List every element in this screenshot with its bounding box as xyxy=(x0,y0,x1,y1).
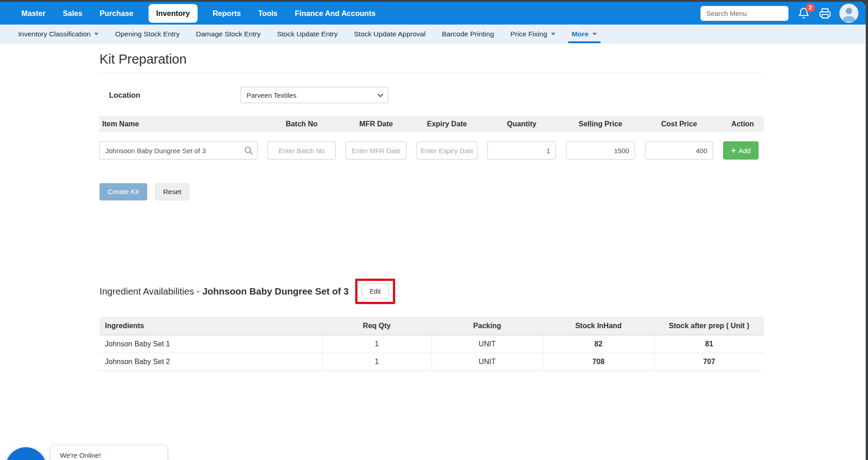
header-mfr-date: MFR Date xyxy=(346,120,407,128)
screenshot-canvas: Master Sales Purchase Inventory Reports … xyxy=(0,0,868,460)
cell-stock-in-hand: 82 xyxy=(543,335,654,353)
ingredients-table: Ingredients Req Qty Packing Stock InHand… xyxy=(99,317,764,371)
cell-ingredient: Johnson Baby Set 2 xyxy=(99,353,322,370)
cost-price-input[interactable] xyxy=(645,141,713,160)
person-icon xyxy=(839,4,858,23)
chevron-down-icon xyxy=(551,33,556,35)
location-select-wrap: Parveen Textiles xyxy=(241,87,388,103)
top-navigation: Master Sales Purchase Inventory Reports … xyxy=(0,2,866,25)
nav-purchase[interactable]: Purchase xyxy=(99,9,133,18)
kit-form-header: Item Name Batch No MFR Date Expiry Date … xyxy=(99,116,764,132)
app-window: Master Sales Purchase Inventory Reports … xyxy=(0,2,866,460)
inventory-sub-navigation: Inventory Classification Opening Stock E… xyxy=(0,25,866,44)
add-button[interactable]: + Add xyxy=(723,141,759,160)
ingredient-availabilities-header: Ingredient Availabilities - Johnsoon Bab… xyxy=(99,277,764,306)
notifications-button[interactable]: 2 xyxy=(798,7,810,20)
page-title: Kit Preparation xyxy=(99,52,764,67)
main-content: Kit Preparation Location Parveen Textile… xyxy=(99,52,764,371)
cell-stock-after-prep: 707 xyxy=(654,353,764,370)
cell-stock-after-prep: 81 xyxy=(654,335,764,353)
location-label: Location xyxy=(109,91,140,100)
subnav-label: Price Fixing xyxy=(511,30,547,38)
subnav-opening-stock-entry[interactable]: Opening Stock Entry xyxy=(115,25,179,43)
chat-status-card[interactable]: We're Online! How may I help you today? xyxy=(51,445,167,460)
reset-button[interactable]: Reset xyxy=(155,183,190,200)
header-selling-price: Selling Price xyxy=(566,120,635,128)
subnav-more[interactable]: More xyxy=(572,25,597,43)
header-cost-price: Cost Price xyxy=(645,120,713,128)
expiry-date-input[interactable] xyxy=(417,141,477,160)
cell-packing: UNIT xyxy=(432,335,543,353)
topnav-right-group: 2 xyxy=(700,4,858,23)
cell-ingredient: Johnson Baby Set 1 xyxy=(99,335,322,353)
nav-sales[interactable]: Sales xyxy=(63,9,82,18)
subnav-inventory-classification[interactable]: Inventory Classification xyxy=(18,25,99,43)
form-actions: Create Kit Reset xyxy=(99,183,764,200)
kit-form-row: + Add xyxy=(99,141,764,160)
item-name-wrap xyxy=(99,141,258,160)
ingredient-availabilities-title: Ingredient Availabilities - Johnsoon Bab… xyxy=(99,286,349,297)
col-ingredients: Ingredients xyxy=(99,317,322,335)
search-menu-input[interactable] xyxy=(700,6,789,21)
selling-price-input[interactable] xyxy=(566,141,635,160)
edit-button[interactable]: Edit xyxy=(362,284,389,299)
subnav-stock-update-entry[interactable]: Stock Update Entry xyxy=(277,25,338,43)
batch-no-input[interactable] xyxy=(268,141,336,160)
plus-icon: + xyxy=(731,146,736,155)
table-row: Johnson Baby Set 1 1 UNIT 82 81 xyxy=(99,335,764,353)
header-batch-no: Batch No xyxy=(268,120,336,128)
location-select[interactable]: Parveen Textiles xyxy=(241,87,388,103)
search-icon[interactable] xyxy=(243,145,253,155)
header-item-name: Item Name xyxy=(99,120,258,128)
notification-count-badge: 2 xyxy=(806,3,815,12)
cell-stock-in-hand: 708 xyxy=(543,353,654,370)
cell-req-qty: 1 xyxy=(322,335,432,353)
location-row: Location Parveen Textiles xyxy=(99,87,764,103)
table-row: Johnson Baby Set 2 1 UNIT 708 707 xyxy=(99,353,764,370)
subnav-barcode-printing[interactable]: Barcode Printing xyxy=(442,25,494,43)
subnav-damage-stock-entry[interactable]: Damage Stock Entry xyxy=(196,25,261,43)
title-divider xyxy=(99,73,764,73)
print-button[interactable] xyxy=(819,7,831,20)
col-packing: Packing xyxy=(432,317,543,335)
chat-icon xyxy=(16,458,35,460)
user-avatar[interactable] xyxy=(839,4,858,23)
item-name-input[interactable] xyxy=(99,141,258,160)
nav-master[interactable]: Master xyxy=(21,9,45,18)
red-highlight-annotation: Edit xyxy=(355,279,395,304)
nav-inventory[interactable]: Inventory xyxy=(149,4,198,23)
subnav-label: Inventory Classification xyxy=(18,30,90,38)
header-action: Action xyxy=(723,120,762,128)
nav-tools[interactable]: Tools xyxy=(258,9,278,18)
nav-finance-and-accounts[interactable]: Finance And Accounts xyxy=(295,9,376,18)
printer-icon xyxy=(819,7,831,20)
quantity-input[interactable] xyxy=(487,141,556,160)
nav-reports[interactable]: Reports xyxy=(213,9,241,18)
col-stock-in-hand: Stock InHand xyxy=(543,317,654,335)
create-kit-button[interactable]: Create Kit xyxy=(99,183,147,200)
cell-packing: UNIT xyxy=(432,353,543,370)
ingredients-table-header-row: Ingredients Req Qty Packing Stock InHand… xyxy=(99,317,764,335)
col-stock-after-prep: Stock after prep ( Unit ) xyxy=(654,317,764,335)
subnav-label: More xyxy=(572,30,589,38)
subnav-price-fixing[interactable]: Price Fixing xyxy=(511,25,556,43)
col-req-qty: Req Qty xyxy=(322,317,432,335)
header-expiry-date: Expiry Date xyxy=(417,120,477,128)
chevron-down-icon xyxy=(592,33,597,35)
chat-status-text: We're Online! xyxy=(60,451,158,459)
add-button-label: Add xyxy=(739,147,751,155)
header-quantity: Quantity xyxy=(487,120,556,128)
title-item-name: Johnsoon Baby Dungree Set of 3 xyxy=(202,286,348,296)
cell-req-qty: 1 xyxy=(322,353,432,370)
chat-launcher-button[interactable] xyxy=(5,447,46,460)
title-prefix: Ingredient Availabilities - xyxy=(99,286,202,296)
subnav-stock-update-approval[interactable]: Stock Update Approval xyxy=(354,25,426,43)
mfr-date-input[interactable] xyxy=(346,141,407,160)
chevron-down-icon xyxy=(94,33,99,35)
